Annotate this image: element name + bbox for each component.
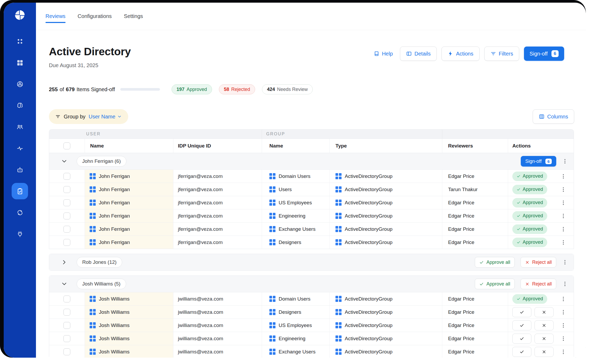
approve-button[interactable] — [512, 347, 531, 357]
kebab-menu-icon[interactable] — [562, 281, 568, 287]
reject-button[interactable] — [535, 320, 554, 330]
x-icon — [525, 282, 530, 286]
details-button[interactable]: Details — [400, 47, 437, 61]
sidebar-item-activity[interactable] — [12, 140, 28, 156]
table-row: John Ferriganjferrigan@veza.comDesigners… — [49, 236, 574, 249]
group-icon — [269, 186, 275, 192]
kebab-menu-icon[interactable] — [560, 226, 566, 232]
approve-button[interactable] — [512, 307, 531, 317]
type-name: ActiveDirectoryGroup — [345, 309, 393, 315]
type-icon — [335, 239, 342, 245]
sidebar-item-aperture[interactable] — [12, 76, 28, 92]
user-name-cell: John Ferrigan — [85, 183, 173, 196]
actions-cell: Approved — [508, 236, 574, 249]
approve-button[interactable] — [512, 334, 531, 344]
sidebar-item-apps[interactable] — [12, 33, 28, 49]
group-icon — [269, 226, 275, 232]
sidebar-item-people-network[interactable] — [12, 119, 28, 135]
row-checkbox[interactable] — [63, 199, 70, 206]
reject-button[interactable] — [535, 307, 554, 317]
kebab-menu-icon[interactable] — [560, 187, 566, 192]
user-name: John Ferrigan — [99, 200, 130, 206]
group-icon — [269, 322, 275, 328]
col-user-name: Name — [85, 139, 173, 153]
row-checkbox[interactable] — [63, 309, 70, 316]
chevron-down-icon[interactable] — [61, 280, 68, 287]
type-icon — [335, 309, 342, 315]
group-by-dropdown[interactable]: Group by User Name — [49, 109, 128, 124]
filters-button[interactable]: Filters — [484, 47, 519, 61]
kebab-menu-icon[interactable] — [562, 158, 568, 164]
kebab-menu-icon[interactable] — [560, 200, 566, 206]
user-name: Josh Williams — [99, 309, 130, 315]
group-signoff-button[interactable]: Sign-off6 — [521, 156, 556, 167]
check-icon — [479, 260, 484, 265]
approve-button[interactable] — [512, 320, 531, 330]
user-name: John Ferrigan — [99, 213, 130, 219]
row-checkbox[interactable] — [63, 348, 70, 355]
reject-button[interactable] — [535, 334, 554, 344]
col-type: Type — [330, 139, 442, 153]
sidebar-item-intelligence[interactable] — [12, 97, 28, 114]
row-checkbox[interactable] — [63, 173, 70, 180]
columns-button[interactable]: Columns — [533, 109, 574, 124]
tab-settings[interactable]: Settings — [124, 3, 143, 30]
chevron-down-icon[interactable] — [61, 158, 68, 165]
kebab-menu-icon[interactable] — [560, 239, 566, 245]
row-checkbox[interactable] — [63, 226, 70, 233]
actions-button[interactable]: Actions — [441, 47, 480, 61]
user-name-cell: Josh Williams — [85, 319, 173, 332]
row-checkbox[interactable] — [63, 186, 70, 193]
col-reviewers: Reviewers — [442, 139, 508, 153]
row-checkbox[interactable] — [63, 213, 70, 219]
sidebar-item-sync[interactable] — [12, 204, 28, 221]
select-all-checkbox[interactable] — [63, 142, 70, 149]
kebab-menu-icon[interactable] — [562, 259, 568, 265]
signoff-button[interactable]: Sign-off 6 — [524, 47, 564, 61]
reject-button[interactable] — [535, 347, 554, 357]
sidebar-item-integrations[interactable] — [12, 226, 28, 242]
checkbox-cell — [49, 196, 85, 209]
chevron-right-icon[interactable] — [61, 259, 68, 266]
type-cell: ActiveDirectoryGroup — [330, 306, 442, 319]
kebab-menu-icon[interactable] — [560, 296, 566, 302]
group-icon — [269, 309, 275, 315]
group-name: Exchange Users — [279, 349, 315, 355]
sidebar-item-access-reviews[interactable] — [12, 183, 28, 199]
tab-reviews[interactable]: Reviews — [45, 3, 66, 30]
column-header-row: Name IDP Unique ID Name Type Reviewers A… — [49, 139, 574, 153]
sidebar-item-dashboard[interactable] — [12, 54, 28, 71]
approve-all-button[interactable]: Approve all — [475, 257, 515, 268]
type-icon — [335, 173, 342, 179]
row-checkbox[interactable] — [63, 296, 70, 302]
reviewer-cell: Edgar Price — [442, 223, 508, 236]
reject-all-button[interactable]: Reject all — [521, 257, 556, 268]
tab-configurations[interactable]: Configurations — [78, 3, 112, 30]
kebab-menu-icon[interactable] — [560, 213, 566, 219]
group-name: Domain Users — [279, 296, 310, 302]
user-name-cell: Josh Williams — [85, 345, 173, 358]
group-name-cell: US Employees — [262, 196, 330, 209]
kebab-menu-icon[interactable] — [560, 349, 566, 355]
sidebar-item-automation[interactable] — [12, 162, 28, 178]
actions-cell: Approved — [508, 209, 574, 222]
user-name: John Ferrigan — [99, 187, 130, 192]
approve-all-button[interactable]: Approve all — [475, 279, 515, 289]
kebab-menu-icon[interactable] — [560, 336, 566, 342]
row-checkbox[interactable] — [63, 322, 70, 329]
row-checkbox[interactable] — [63, 335, 70, 342]
actions-cell: Approved — [508, 196, 574, 209]
kebab-menu-icon[interactable] — [560, 309, 566, 315]
progress-bar — [120, 88, 160, 91]
group-actions: Approve allReject all — [475, 257, 568, 268]
row-checkbox[interactable] — [63, 239, 70, 246]
bolt-icon — [448, 51, 453, 57]
reject-all-button[interactable]: Reject all — [521, 279, 556, 289]
kebab-menu-icon[interactable] — [560, 173, 566, 179]
kebab-menu-icon[interactable] — [560, 322, 566, 328]
help-button[interactable]: Help — [371, 47, 395, 61]
type-name: ActiveDirectoryGroup — [345, 200, 393, 206]
automation-icon — [16, 166, 24, 173]
group-name-cell: Exchange Users — [262, 223, 330, 236]
group-name: Designers — [279, 309, 301, 315]
